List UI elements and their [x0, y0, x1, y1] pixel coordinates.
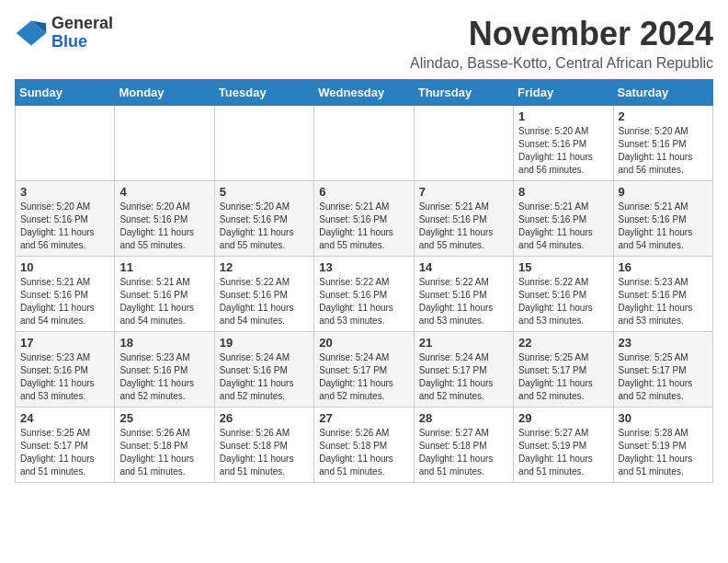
logo: General Blue	[15, 15, 113, 52]
day-number: 13	[319, 260, 408, 274]
day-number: 10	[20, 260, 109, 274]
day-info: Sunrise: 5:20 AMSunset: 5:16 PMDaylight:…	[619, 125, 708, 177]
day-number: 21	[419, 336, 508, 350]
day-header-wednesday: Wednesday	[314, 80, 414, 106]
calendar-header-row: SundayMondayTuesdayWednesdayThursdayFrid…	[16, 80, 713, 106]
day-info: Sunrise: 5:20 AMSunset: 5:16 PMDaylight:…	[20, 201, 109, 252]
calendar-cell: 19Sunrise: 5:24 AMSunset: 5:16 PMDayligh…	[214, 332, 313, 408]
day-info: Sunrise: 5:26 AMSunset: 5:18 PMDaylight:…	[119, 427, 209, 478]
calendar-cell	[214, 106, 313, 181]
day-number: 26	[220, 411, 309, 425]
day-info: Sunrise: 5:21 AMSunset: 5:16 PMDaylight:…	[619, 201, 708, 252]
day-number: 14	[419, 260, 508, 274]
day-info: Sunrise: 5:21 AMSunset: 5:16 PMDaylight:…	[419, 201, 508, 252]
calendar-cell: 29Sunrise: 5:27 AMSunset: 5:19 PMDayligh…	[514, 408, 613, 483]
day-header-thursday: Thursday	[414, 80, 513, 106]
day-header-sunday: Sunday	[16, 80, 115, 106]
calendar-cell: 20Sunrise: 5:24 AMSunset: 5:17 PMDayligh…	[314, 332, 414, 408]
day-number: 4	[119, 185, 209, 199]
day-number: 25	[119, 411, 209, 425]
day-number: 11	[119, 260, 209, 274]
calendar-cell: 9Sunrise: 5:21 AMSunset: 5:16 PMDaylight…	[613, 181, 712, 257]
calendar-cell: 1Sunrise: 5:20 AMSunset: 5:16 PMDaylight…	[514, 106, 613, 181]
day-header-tuesday: Tuesday	[214, 80, 313, 106]
day-info: Sunrise: 5:25 AMSunset: 5:17 PMDaylight:…	[20, 427, 109, 478]
week-row-1: 1Sunrise: 5:20 AMSunset: 5:16 PMDaylight…	[16, 106, 713, 181]
calendar-cell: 25Sunrise: 5:26 AMSunset: 5:18 PMDayligh…	[115, 408, 214, 483]
calendar-cell: 18Sunrise: 5:23 AMSunset: 5:16 PMDayligh…	[115, 332, 214, 408]
calendar-cell: 3Sunrise: 5:20 AMSunset: 5:16 PMDaylight…	[16, 181, 115, 257]
day-number: 6	[319, 185, 408, 199]
day-header-monday: Monday	[115, 80, 214, 106]
calendar-cell	[314, 106, 414, 181]
calendar-cell	[16, 106, 115, 181]
day-info: Sunrise: 5:24 AMSunset: 5:17 PMDaylight:…	[419, 351, 508, 403]
calendar-cell: 2Sunrise: 5:20 AMSunset: 5:16 PMDaylight…	[613, 106, 712, 181]
day-info: Sunrise: 5:20 AMSunset: 5:16 PMDaylight:…	[119, 201, 209, 252]
calendar-cell: 7Sunrise: 5:21 AMSunset: 5:16 PMDaylight…	[414, 181, 513, 257]
day-number: 22	[518, 336, 608, 350]
day-info: Sunrise: 5:26 AMSunset: 5:18 PMDaylight:…	[220, 427, 309, 478]
day-number: 9	[619, 185, 708, 199]
day-number: 7	[419, 185, 508, 199]
day-number: 12	[220, 260, 309, 274]
day-info: Sunrise: 5:21 AMSunset: 5:16 PMDaylight:…	[119, 276, 209, 327]
day-info: Sunrise: 5:27 AMSunset: 5:19 PMDaylight:…	[518, 427, 608, 478]
day-info: Sunrise: 5:22 AMSunset: 5:16 PMDaylight:…	[518, 276, 608, 327]
calendar-table: SundayMondayTuesdayWednesdayThursdayFrid…	[15, 79, 713, 483]
calendar-cell: 12Sunrise: 5:22 AMSunset: 5:16 PMDayligh…	[214, 257, 313, 332]
day-number: 16	[619, 260, 708, 274]
logo-icon	[15, 17, 48, 50]
day-info: Sunrise: 5:20 AMSunset: 5:16 PMDaylight:…	[518, 125, 608, 177]
day-number: 24	[20, 411, 109, 425]
calendar-cell: 11Sunrise: 5:21 AMSunset: 5:16 PMDayligh…	[115, 257, 214, 332]
day-info: Sunrise: 5:23 AMSunset: 5:16 PMDaylight:…	[119, 351, 209, 403]
day-info: Sunrise: 5:25 AMSunset: 5:17 PMDaylight:…	[518, 351, 608, 403]
day-header-saturday: Saturday	[613, 80, 712, 106]
day-number: 15	[518, 260, 608, 274]
calendar-cell: 26Sunrise: 5:26 AMSunset: 5:18 PMDayligh…	[214, 408, 313, 483]
calendar-cell: 24Sunrise: 5:25 AMSunset: 5:17 PMDayligh…	[16, 408, 115, 483]
day-info: Sunrise: 5:22 AMSunset: 5:16 PMDaylight:…	[419, 276, 508, 327]
logo-general: General	[51, 15, 113, 33]
day-number: 17	[20, 336, 109, 350]
calendar-cell: 23Sunrise: 5:25 AMSunset: 5:17 PMDayligh…	[613, 332, 712, 408]
week-row-3: 10Sunrise: 5:21 AMSunset: 5:16 PMDayligh…	[16, 257, 713, 332]
day-info: Sunrise: 5:20 AMSunset: 5:16 PMDaylight:…	[220, 201, 309, 252]
day-number: 1	[518, 109, 608, 123]
logo-blue: Blue	[51, 33, 113, 52]
calendar-cell: 5Sunrise: 5:20 AMSunset: 5:16 PMDaylight…	[214, 181, 313, 257]
location-subtitle: Alindao, Basse-Kotto, Central African Re…	[410, 55, 713, 72]
calendar-cell: 27Sunrise: 5:26 AMSunset: 5:18 PMDayligh…	[314, 408, 414, 483]
day-header-friday: Friday	[514, 80, 613, 106]
day-number: 28	[419, 411, 508, 425]
day-info: Sunrise: 5:25 AMSunset: 5:17 PMDaylight:…	[619, 351, 708, 403]
day-number: 29	[518, 411, 608, 425]
day-number: 27	[319, 411, 408, 425]
day-info: Sunrise: 5:24 AMSunset: 5:17 PMDaylight:…	[319, 351, 408, 403]
day-number: 30	[619, 411, 708, 425]
calendar-cell: 21Sunrise: 5:24 AMSunset: 5:17 PMDayligh…	[414, 332, 513, 408]
calendar-cell: 30Sunrise: 5:28 AMSunset: 5:19 PMDayligh…	[613, 408, 712, 483]
day-info: Sunrise: 5:26 AMSunset: 5:18 PMDaylight:…	[319, 427, 408, 478]
day-info: Sunrise: 5:24 AMSunset: 5:16 PMDaylight:…	[220, 351, 309, 403]
calendar-cell: 22Sunrise: 5:25 AMSunset: 5:17 PMDayligh…	[514, 332, 613, 408]
day-number: 19	[220, 336, 309, 350]
calendar-cell: 10Sunrise: 5:21 AMSunset: 5:16 PMDayligh…	[16, 257, 115, 332]
day-info: Sunrise: 5:22 AMSunset: 5:16 PMDaylight:…	[319, 276, 408, 327]
week-row-5: 24Sunrise: 5:25 AMSunset: 5:17 PMDayligh…	[16, 408, 713, 483]
day-number: 2	[619, 109, 708, 123]
day-number: 3	[20, 185, 109, 199]
logo-text: General Blue	[51, 15, 113, 52]
title-section: November 2024 Alindao, Basse-Kotto, Cent…	[410, 15, 713, 72]
week-row-4: 17Sunrise: 5:23 AMSunset: 5:16 PMDayligh…	[16, 332, 713, 408]
calendar-cell: 28Sunrise: 5:27 AMSunset: 5:18 PMDayligh…	[414, 408, 513, 483]
calendar-cell	[115, 106, 214, 181]
day-info: Sunrise: 5:22 AMSunset: 5:16 PMDaylight:…	[220, 276, 309, 327]
day-info: Sunrise: 5:21 AMSunset: 5:16 PMDaylight:…	[20, 276, 109, 327]
month-title: November 2024	[410, 15, 713, 53]
calendar-cell: 13Sunrise: 5:22 AMSunset: 5:16 PMDayligh…	[314, 257, 414, 332]
calendar-cell: 6Sunrise: 5:21 AMSunset: 5:16 PMDaylight…	[314, 181, 414, 257]
day-number: 18	[119, 336, 209, 350]
day-number: 8	[518, 185, 608, 199]
